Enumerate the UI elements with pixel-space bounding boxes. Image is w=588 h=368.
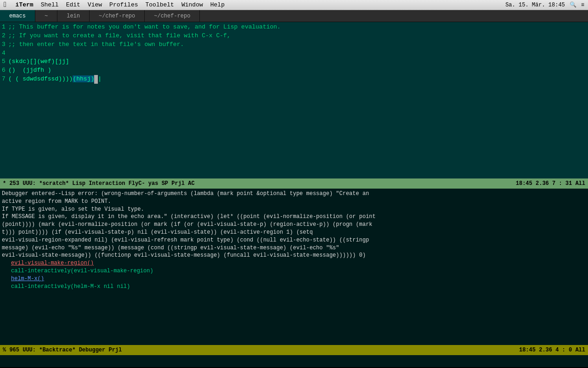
modeline-bottom-left: % 965 UUU: *Backtrace* Debugger Prjl: [3, 347, 122, 353]
modeline-top: * 253 UUU: *scratch* Lisp Interaction Fl…: [0, 178, 588, 189]
apple-icon[interactable]: : [4, 1, 8, 9]
line-content-1: ;; This buffer is for notes you don't wa…: [8, 23, 281, 32]
linenum-6: 6: [2, 66, 8, 75]
debugger-call-2: call-interactively(evil-visual-make-regi…: [2, 267, 586, 275]
menu-profiles[interactable]: Profiles: [109, 1, 138, 8]
linenum-7: 7: [2, 75, 8, 84]
menu-window[interactable]: Window: [181, 1, 203, 8]
menubar:  iTerm Shell Edit View Profiles Toolbel…: [0, 0, 588, 10]
modeline-bottom-right: 18:45 2.36 4 : 0 All: [519, 347, 585, 353]
menu-icon[interactable]: ≡: [581, 2, 584, 8]
debugger-call-3: helm-M-x(): [2, 275, 586, 283]
debugger-link-helm[interactable]: helm-M-x(): [11, 276, 44, 282]
menubar-time: Sa. 15. Mär. 18:45: [505, 2, 565, 8]
menubar-right: Sa. 15. Mär. 18:45 🔍 ≡: [505, 1, 584, 8]
menu-shell[interactable]: Shell: [41, 1, 59, 8]
line-content-2: ;; If you want to create a file, visit t…: [8, 32, 231, 40]
debugger-call-interactive-1: call-interactively(evil-visual-make-regi…: [11, 268, 153, 274]
tab-tilde[interactable]: ~: [35, 10, 57, 22]
debugger-area: Debugger entered--Lisp error: (wrong-num…: [0, 189, 588, 345]
search-icon[interactable]: 🔍: [570, 1, 577, 8]
minibuffer[interactable]: [0, 355, 588, 367]
modeline-top-right: 18:45 2.36 7 : 31 All: [516, 180, 585, 187]
linenum-4: 4: [2, 49, 8, 58]
linenum-5: 5: [2, 58, 8, 66]
line-content-7: ( ( sdwdsdfssd))))(hhsj) |: [8, 75, 102, 84]
menu-toolbelt[interactable]: Toolbelt: [146, 1, 174, 8]
editor-line-5: 5 (skdc)[](wef)[jj]: [2, 58, 586, 66]
tab-chef-repo-1[interactable]: ~/chef-repo: [90, 10, 145, 22]
menu-edit[interactable]: Edit: [66, 1, 80, 8]
line-content-5: (skdc)[](wef)[jj]: [8, 58, 69, 66]
menu-iterm[interactable]: iTerm: [16, 1, 34, 8]
editor: 1 ;; This buffer is for notes you don't …: [0, 22, 588, 178]
debugger-call-4: call-interactively(helm-M-x nil nil): [2, 283, 586, 291]
modeline-top-left: * 253 UUU: *scratch* Lisp Interaction Fl…: [3, 180, 195, 187]
editor-line-4: 4: [2, 49, 586, 58]
debugger-link-evil-visual[interactable]: evil-visual-make-region(): [11, 260, 94, 266]
tab-chef-repo-2[interactable]: ~/chef-repo: [145, 10, 200, 22]
line-content-6: () (jjdfh ): [8, 66, 51, 75]
debugger-call-1: evil-visual-make-region(): [2, 259, 586, 267]
editor-line-7: 7 ( ( sdwdsdfssd))))(hhsj) |: [2, 75, 586, 84]
debugger-header: Debugger entered--Lisp error: (wrong-num…: [2, 190, 586, 259]
editor-line-2: 2 ;; If you want to create a file, visit…: [2, 32, 586, 40]
editor-line-6: 6 () (jjdfh ): [2, 66, 586, 75]
linenum-3: 3: [2, 40, 8, 49]
editor-line-1: 1 ;; This buffer is for notes you don't …: [2, 23, 586, 32]
tabbar: emacs ~ lein ~/chef-repo ~/chef-repo: [0, 10, 588, 22]
menu-view[interactable]: View: [88, 1, 102, 8]
line-content-3: ;; then enter the text in that file's ow…: [8, 40, 184, 49]
editor-line-3: 3 ;; then enter the text in that file's …: [2, 40, 586, 49]
modeline-bottom: % 965 UUU: *Backtrace* Debugger Prjl 18:…: [0, 345, 588, 355]
tab-lein[interactable]: lein: [57, 10, 90, 22]
tab-emacs[interactable]: emacs: [0, 10, 35, 22]
menu-help[interactable]: Help: [210, 1, 225, 8]
debugger-call-interactive-2: call-interactively(helm-M-x nil nil): [11, 283, 130, 290]
linenum-2: 2: [2, 32, 8, 40]
linenum-1: 1: [2, 23, 8, 32]
